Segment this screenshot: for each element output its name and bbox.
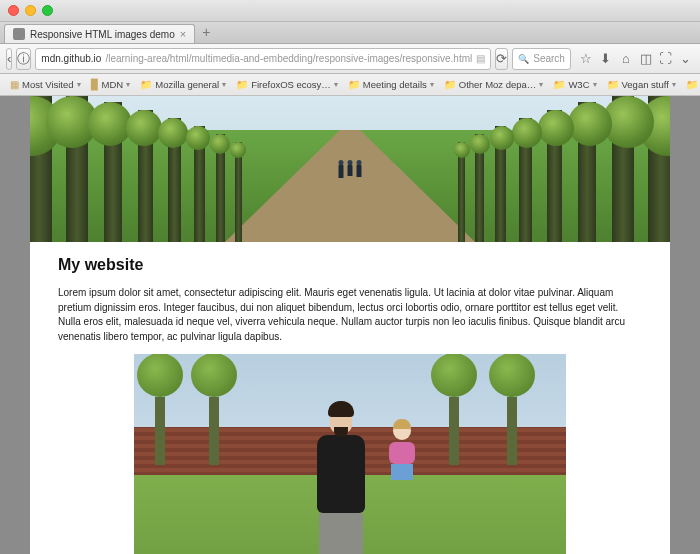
intro-paragraph: Lorem ipsum dolor sit amet, consectetur …: [58, 286, 642, 344]
info-button[interactable]: ⓘ: [16, 48, 31, 70]
chevron-down-icon: ▾: [430, 80, 434, 89]
folder-icon: ▉: [91, 79, 99, 90]
chevron-down-icon: ▾: [593, 80, 597, 89]
folder-icon: 📁: [236, 79, 248, 90]
folder-icon: 📁: [140, 79, 152, 90]
back-button[interactable]: ‹: [6, 48, 12, 70]
tab-strip: Responsive HTML images demo × +: [0, 22, 700, 44]
chevron-down-icon: ▾: [672, 80, 676, 89]
bookmark-other-moz[interactable]: 📁Other Moz depa…▾: [440, 77, 548, 92]
download-icon[interactable]: ⬇: [599, 51, 613, 66]
pocket-icon[interactable]: ⌄: [679, 51, 693, 66]
folder-icon: ▦: [10, 79, 19, 90]
folder-icon: 📁: [444, 79, 456, 90]
bookmark-mdn[interactable]: ▉MDN▾: [87, 77, 135, 92]
url-path: /learning-area/html/multimedia-and-embed…: [105, 53, 472, 64]
reader-mode-icon[interactable]: ▤: [476, 53, 485, 64]
home-icon[interactable]: ⌂: [619, 51, 633, 66]
folder-icon: 📁: [553, 79, 565, 90]
bookmark-meeting[interactable]: 📁Meeting details▾: [344, 77, 438, 92]
chevron-down-icon: ▾: [222, 80, 226, 89]
bookmark-w3c[interactable]: 📁W3C▾: [549, 77, 600, 92]
bookmarks-bar: ▦Most Visited▾ ▉MDN▾ 📁Mozilla general▾ 📁…: [0, 74, 700, 96]
close-window-button[interactable]: [8, 5, 19, 16]
url-domain: mdn.github.io: [41, 53, 101, 64]
page-title: My website: [58, 256, 642, 274]
reload-button[interactable]: ⟳: [495, 48, 508, 70]
bookmark-games[interactable]: 📁Games▾: [682, 77, 700, 92]
close-tab-icon[interactable]: ×: [180, 28, 186, 40]
search-placeholder: Search: [533, 53, 565, 64]
browser-viewport[interactable]: My website Lorem ipsum dolor sit amet, c…: [0, 96, 700, 554]
shade-icon[interactable]: ⛶: [659, 51, 673, 66]
folder-icon: 📁: [607, 79, 619, 90]
browser-tab-active[interactable]: Responsive HTML images demo ×: [4, 24, 195, 43]
chevron-down-icon: ▾: [334, 80, 338, 89]
bookmark-mozilla-general[interactable]: 📁Mozilla general▾: [136, 77, 230, 92]
chevron-down-icon: ▾: [539, 80, 543, 89]
zoom-window-button[interactable]: [42, 5, 53, 16]
folder-icon: 📁: [686, 79, 698, 90]
folder-icon: 📁: [348, 79, 360, 90]
favicon-icon: [13, 28, 25, 40]
bookmark-vegan[interactable]: 📁Vegan stuff▾: [603, 77, 680, 92]
hero-image: [30, 96, 670, 242]
cube-icon[interactable]: ◫: [639, 51, 653, 66]
article-image: [134, 354, 566, 554]
page-content: My website Lorem ipsum dolor sit amet, c…: [30, 96, 670, 554]
star-icon[interactable]: ☆: [579, 51, 593, 66]
toolbar-actions: ☆ ⬇ ⌂ ◫ ⛶ ⌄ ≡: [575, 51, 700, 66]
bookmark-most-visited[interactable]: ▦Most Visited▾: [6, 77, 85, 92]
search-bar[interactable]: 🔍 Search: [512, 48, 571, 70]
new-tab-button[interactable]: +: [195, 21, 217, 43]
bookmark-firefoxos[interactable]: 📁FirefoxOS ecosy…▾: [232, 77, 342, 92]
tab-title: Responsive HTML images demo: [30, 29, 175, 40]
chevron-down-icon: ▾: [126, 80, 130, 89]
navigation-toolbar: ‹ ⓘ mdn.github.io /learning-area/html/mu…: [0, 44, 700, 74]
window-titlebar: [0, 0, 700, 22]
minimize-window-button[interactable]: [25, 5, 36, 16]
chevron-down-icon: ▾: [77, 80, 81, 89]
url-bar[interactable]: mdn.github.io /learning-area/html/multim…: [35, 48, 491, 70]
traffic-lights: [8, 5, 53, 16]
search-icon: 🔍: [518, 54, 529, 64]
